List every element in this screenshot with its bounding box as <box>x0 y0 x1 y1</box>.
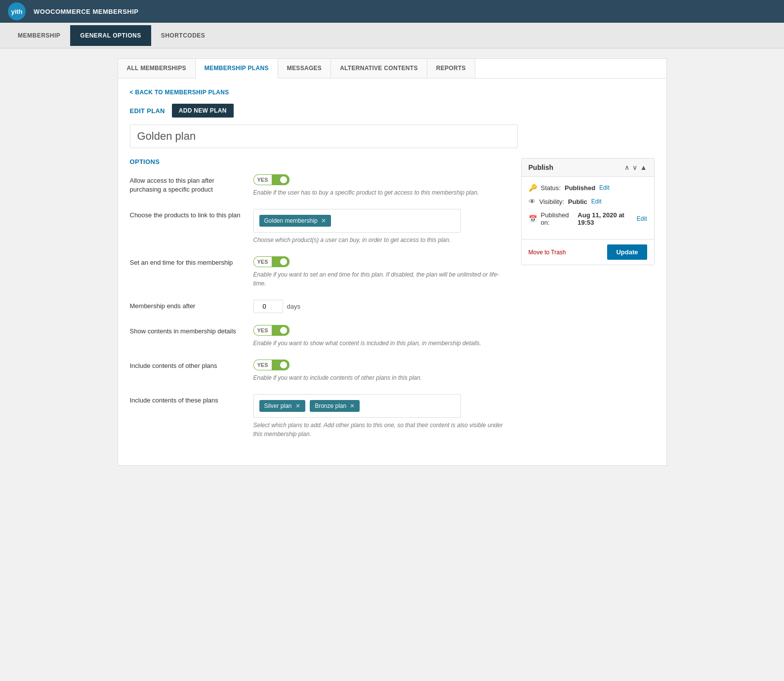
option-show-contents-control: YES Enable if you want to show what cont… <box>253 325 509 348</box>
update-button[interactable]: Update <box>607 244 647 260</box>
back-to-membership-plans-link[interactable]: < BACK TO MEMBERSHIP PLANS <box>130 89 229 96</box>
top-bar-title: WOOCOMMERCE MEMBERSHIP <box>34 8 139 15</box>
toggle-set-end-time[interactable]: YES <box>253 256 289 267</box>
publish-box: Publish ∧ ∨ ▲ 🔑 Status: Published <box>521 158 655 265</box>
inner-tab-messages[interactable]: MESSAGES <box>278 59 331 78</box>
tab-shortcodes[interactable]: SHORTCODES <box>151 25 215 46</box>
publish-status-row: 🔑 Status: Published Edit <box>529 184 647 192</box>
toggle-allow-access-text: YES <box>253 174 272 185</box>
publish-date-value: Aug 11, 2020 at 19:53 <box>578 211 633 226</box>
expand-icon[interactable]: ▲ <box>640 163 647 171</box>
move-to-trash-link[interactable]: Move to Trash <box>529 249 566 256</box>
tag-silver-plan: Silver plan ✕ <box>259 400 305 412</box>
calendar-icon: 📅 <box>529 215 537 223</box>
yith-logo-icon: yith <box>8 2 26 20</box>
plan-name-input[interactable] <box>130 124 518 148</box>
option-include-contents: Include contents of other plans YES Enab… <box>130 360 509 382</box>
publish-status-label: Status: <box>541 184 561 192</box>
days-input-wrap: days <box>253 300 509 313</box>
tab-membership[interactable]: MEMBERSHIP <box>8 25 70 46</box>
edit-plan-header: EDIT PLAN ADD NEW PLAN <box>130 104 655 118</box>
inner-tab-all-memberships[interactable]: ALL MEMBERSHIPS <box>118 59 196 78</box>
option-allow-access: Allow access to this plan after purchasi… <box>130 174 509 197</box>
publish-header-icons: ∧ ∨ ▲ <box>624 163 647 171</box>
plan-layout: OPTIONS Allow access to this plan after … <box>130 158 655 450</box>
toggle-show-contents-text: YES <box>253 325 272 336</box>
chevron-up-icon[interactable]: ∧ <box>624 163 629 171</box>
option-choose-products-label: Choose the products to link to this plan <box>130 209 244 220</box>
option-set-end-time-control: YES Enable if you want to set an end tim… <box>253 256 509 288</box>
tag-golden-membership: Golden membership ✕ <box>259 215 331 227</box>
publish-status-edit-link[interactable]: Edit <box>599 184 610 191</box>
inner-tab-alternative-contents[interactable]: ALTERNATIVE CONTENTS <box>331 59 427 78</box>
publish-date-row: 📅 Published on: Aug 11, 2020 at 19:53 Ed… <box>529 211 647 226</box>
tags-input-plans[interactable]: Silver plan ✕ Bronze plan ✕ <box>253 394 461 418</box>
chevron-down-icon[interactable]: ∨ <box>632 163 637 171</box>
option-show-contents-label: Show contents in membership details <box>130 325 244 336</box>
option-show-contents-hint: Enable if you want to show what content … <box>253 339 509 348</box>
tag-bronze-plan-remove[interactable]: ✕ <box>350 402 355 409</box>
publish-title: Publish <box>529 163 554 171</box>
tag-bronze-plan-label: Bronze plan <box>315 402 346 409</box>
publish-footer: Move to Trash Update <box>522 239 654 265</box>
main-content: ALL MEMBERSHIPS MEMBERSHIP PLANS MESSAGE… <box>106 48 679 476</box>
option-show-contents: Show contents in membership details YES … <box>130 325 509 348</box>
main-nav: MEMBERSHIP GENERAL OPTIONS SHORTCODES <box>0 23 784 48</box>
option-set-end-time: Set an end time for this membership YES … <box>130 256 509 288</box>
tag-silver-plan-label: Silver plan <box>264 402 292 409</box>
tag-golden-membership-remove[interactable]: ✕ <box>321 217 326 224</box>
publish-visibility-row: 👁 Visibility: Public Edit <box>529 198 647 205</box>
option-set-end-time-hint: Enable if you want to set an end time fo… <box>253 270 509 288</box>
days-label: days <box>287 303 300 310</box>
toggle-include-contents[interactable]: YES <box>253 360 289 370</box>
option-allow-access-control: YES Enable if the user has to buy a spec… <box>253 174 509 197</box>
inner-tabs: ALL MEMBERSHIPS MEMBERSHIP PLANS MESSAGE… <box>118 58 667 78</box>
option-include-contents-control: YES Enable if you want to include conten… <box>253 360 509 382</box>
edit-plan-label: EDIT PLAN <box>130 107 165 115</box>
tag-golden-membership-label: Golden membership <box>264 217 318 224</box>
toggle-allow-access-pill[interactable] <box>272 174 289 185</box>
toggle-show-contents[interactable]: YES <box>253 325 289 336</box>
plan-sidebar: Publish ∧ ∨ ▲ 🔑 Status: Published <box>521 158 655 265</box>
add-new-plan-button[interactable]: ADD NEW PLAN <box>172 104 234 118</box>
option-set-end-time-label: Set an end time for this membership <box>130 256 244 267</box>
option-membership-ends-after-label: Membership ends after <box>130 300 244 311</box>
option-include-contents-label: Include contents of other plans <box>130 360 244 370</box>
tab-general-options[interactable]: GENERAL OPTIONS <box>70 25 151 46</box>
option-allow-access-hint: Enable if the user has to buy a specific… <box>253 188 509 197</box>
plan-main: OPTIONS Allow access to this plan after … <box>130 158 509 450</box>
option-choose-products: Choose the products to link to this plan… <box>130 209 509 244</box>
publish-date-edit-link[interactable]: Edit <box>637 215 647 222</box>
eye-icon: 👁 <box>529 198 536 205</box>
option-include-these-plans: Include contents of these plans Silver p… <box>130 394 509 439</box>
option-membership-ends-after-control: days <box>253 300 509 313</box>
days-input[interactable] <box>253 300 283 313</box>
toggle-allow-access[interactable]: YES <box>253 174 289 185</box>
tag-silver-plan-remove[interactable]: ✕ <box>295 402 300 409</box>
toggle-include-contents-pill[interactable] <box>272 360 289 370</box>
option-choose-products-hint: Choose which product(s) a user can buy, … <box>253 236 509 244</box>
inner-tab-reports[interactable]: REPORTS <box>427 59 475 78</box>
option-include-these-plans-control: Silver plan ✕ Bronze plan ✕ Select which… <box>253 394 509 439</box>
inner-tab-membership-plans[interactable]: MEMBERSHIP PLANS <box>196 59 278 79</box>
option-choose-products-control: Golden membership ✕ Choose which product… <box>253 209 509 244</box>
option-membership-ends-after: Membership ends after days <box>130 300 509 313</box>
tags-input-products[interactable]: Golden membership ✕ <box>253 209 461 233</box>
toggle-show-contents-pill[interactable] <box>272 325 289 336</box>
option-include-contents-hint: Enable if you want to include contents o… <box>253 373 509 382</box>
content-panel: < BACK TO MEMBERSHIP PLANS EDIT PLAN ADD… <box>118 78 667 466</box>
publish-status-value: Published <box>565 184 595 192</box>
key-icon: 🔑 <box>529 184 537 192</box>
toggle-set-end-time-pill[interactable] <box>272 256 289 267</box>
options-title: OPTIONS <box>130 158 509 165</box>
publish-visibility-label: Visibility: <box>539 198 564 205</box>
top-bar: yith WOOCOMMERCE MEMBERSHIP <box>0 0 784 23</box>
tag-bronze-plan: Bronze plan ✕ <box>310 400 360 412</box>
publish-visibility-edit-link[interactable]: Edit <box>591 198 602 205</box>
publish-date-label: Published on: <box>541 211 574 226</box>
toggle-include-contents-text: YES <box>253 360 272 370</box>
yith-logo: yith <box>8 2 26 20</box>
publish-header: Publish ∧ ∨ ▲ <box>522 159 654 177</box>
option-include-these-plans-hint: Select which plans to add. Add other pla… <box>253 421 509 439</box>
option-include-these-plans-label: Include contents of these plans <box>130 394 244 405</box>
